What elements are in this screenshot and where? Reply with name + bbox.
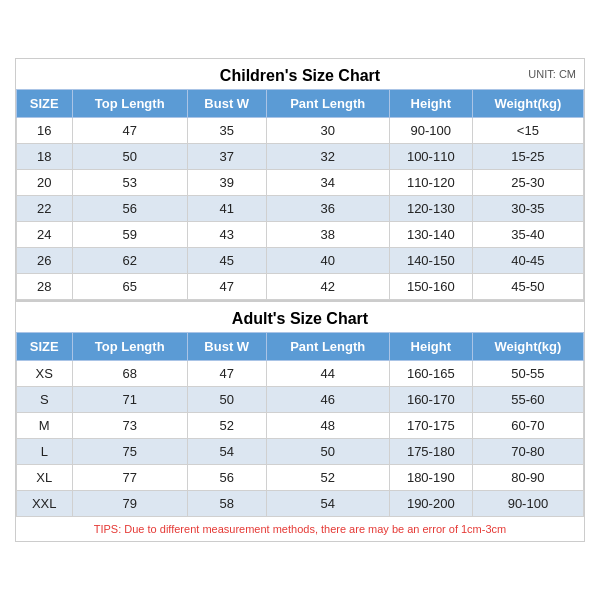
table-cell: 30-35 [472, 196, 583, 222]
col-size: SIZE [17, 90, 73, 118]
table-row: S715046160-17055-60 [17, 387, 584, 413]
table-cell: 54 [266, 491, 389, 517]
table-cell: 68 [72, 361, 187, 387]
table-row: 22564136120-13030-35 [17, 196, 584, 222]
table-cell: 120-130 [389, 196, 472, 222]
table-cell: 18 [17, 144, 73, 170]
table-cell: 36 [266, 196, 389, 222]
table-cell: 47 [72, 118, 187, 144]
table-cell: 140-150 [389, 248, 472, 274]
children-section-title: Children's Size Chart UNIT: CM [16, 59, 584, 89]
table-cell: 43 [187, 222, 266, 248]
table-cell: 130-140 [389, 222, 472, 248]
table-cell: 62 [72, 248, 187, 274]
table-cell: 52 [266, 465, 389, 491]
table-cell: 38 [266, 222, 389, 248]
table-cell: 26 [17, 248, 73, 274]
table-cell: 190-200 [389, 491, 472, 517]
col-pant-length: Pant Length [266, 90, 389, 118]
table-cell: 22 [17, 196, 73, 222]
table-cell: 24 [17, 222, 73, 248]
unit-label: UNIT: CM [528, 68, 576, 80]
table-cell: 170-175 [389, 413, 472, 439]
table-cell: 90-100 [472, 491, 583, 517]
table-cell: 56 [72, 196, 187, 222]
table-cell: 30 [266, 118, 389, 144]
table-cell: 150-160 [389, 274, 472, 300]
table-cell: 52 [187, 413, 266, 439]
col-weight: Weight(kg) [472, 90, 583, 118]
table-cell: 20 [17, 170, 73, 196]
table-cell: 73 [72, 413, 187, 439]
table-cell: XL [17, 465, 73, 491]
table-cell: 175-180 [389, 439, 472, 465]
table-cell: 41 [187, 196, 266, 222]
table-cell: L [17, 439, 73, 465]
table-row: 26624540140-15040-45 [17, 248, 584, 274]
table-cell: 180-190 [389, 465, 472, 491]
table-cell: 28 [17, 274, 73, 300]
adult-header-row: SIZE Top Length Bust W Pant Length Heigh… [17, 333, 584, 361]
table-cell: 59 [72, 222, 187, 248]
table-cell: 65 [72, 274, 187, 300]
adult-col-top-length: Top Length [72, 333, 187, 361]
table-cell: 44 [266, 361, 389, 387]
table-row: 1647353090-100<15 [17, 118, 584, 144]
table-cell: 71 [72, 387, 187, 413]
table-cell: 50 [187, 387, 266, 413]
size-chart-wrapper: Children's Size Chart UNIT: CM SIZE Top … [15, 58, 585, 542]
table-row: M735248170-17560-70 [17, 413, 584, 439]
adult-col-pant-length: Pant Length [266, 333, 389, 361]
table-row: XXL795854190-20090-100 [17, 491, 584, 517]
table-row: 28654742150-16045-50 [17, 274, 584, 300]
table-cell: 32 [266, 144, 389, 170]
table-cell: 16 [17, 118, 73, 144]
adult-col-size: SIZE [17, 333, 73, 361]
table-cell: 53 [72, 170, 187, 196]
table-cell: XXL [17, 491, 73, 517]
children-size-table: SIZE Top Length Bust W Pant Length Heigh… [16, 89, 584, 300]
table-cell: 42 [266, 274, 389, 300]
table-cell: 39 [187, 170, 266, 196]
table-cell: 80-90 [472, 465, 583, 491]
tips-text: TIPS: Due to different measurement metho… [16, 517, 584, 541]
table-row: L755450175-18070-80 [17, 439, 584, 465]
table-cell: M [17, 413, 73, 439]
table-row: 20533934110-12025-30 [17, 170, 584, 196]
table-cell: 60-70 [472, 413, 583, 439]
adult-col-height: Height [389, 333, 472, 361]
col-top-length: Top Length [72, 90, 187, 118]
table-cell: S [17, 387, 73, 413]
table-cell: 50-55 [472, 361, 583, 387]
table-cell: 77 [72, 465, 187, 491]
children-title-text: Children's Size Chart [220, 67, 380, 84]
table-cell: 75 [72, 439, 187, 465]
table-cell: 15-25 [472, 144, 583, 170]
table-cell: 55-60 [472, 387, 583, 413]
table-cell: 35-40 [472, 222, 583, 248]
table-cell: 50 [266, 439, 389, 465]
table-cell: 100-110 [389, 144, 472, 170]
adult-title-text: Adult's Size Chart [232, 310, 368, 327]
table-cell: 45-50 [472, 274, 583, 300]
table-cell: 90-100 [389, 118, 472, 144]
table-cell: XS [17, 361, 73, 387]
table-cell: <15 [472, 118, 583, 144]
adult-col-bust-w: Bust W [187, 333, 266, 361]
table-cell: 46 [266, 387, 389, 413]
col-bust-w: Bust W [187, 90, 266, 118]
table-cell: 40 [266, 248, 389, 274]
children-header-row: SIZE Top Length Bust W Pant Length Heigh… [17, 90, 584, 118]
table-row: XL775652180-19080-90 [17, 465, 584, 491]
table-row: 24594338130-14035-40 [17, 222, 584, 248]
table-row: 18503732100-11015-25 [17, 144, 584, 170]
table-cell: 58 [187, 491, 266, 517]
table-cell: 79 [72, 491, 187, 517]
table-cell: 35 [187, 118, 266, 144]
table-cell: 50 [72, 144, 187, 170]
table-cell: 160-165 [389, 361, 472, 387]
table-cell: 25-30 [472, 170, 583, 196]
table-cell: 47 [187, 361, 266, 387]
adult-section-title: Adult's Size Chart [16, 300, 584, 332]
table-cell: 110-120 [389, 170, 472, 196]
